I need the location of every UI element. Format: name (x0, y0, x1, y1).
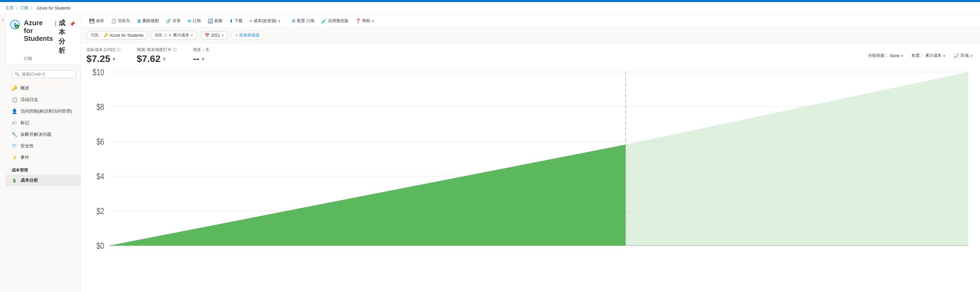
sidebar-item-label: 事件 (21, 155, 29, 161)
forecast-cost-metric: 预测: 图表视图打开 ⓘ $7.62 ∨ (137, 47, 177, 64)
configure-label: 配置 订阅 (297, 18, 314, 24)
y-label-2: $2 (96, 206, 104, 216)
sidebar-item-label: 标记 (21, 120, 29, 126)
chart-controls: 分组依据： None ∨ 粒度： 累计成本 ∨ 📈 区域 ∨ (866, 51, 975, 60)
delete-view-label: 删除视图 (143, 18, 159, 24)
add-filter-button[interactable]: + 添加筛选器 (231, 30, 264, 40)
group-by-chevron-icon: ∨ (901, 54, 904, 57)
save-icon: 💾 (89, 18, 95, 24)
key-icon: 🔑 (11, 85, 17, 91)
breadcrumb-home[interactable]: 主页 (5, 5, 14, 11)
sidebar-item-diagnose[interactable]: 🔧 诊断并解决问题 (6, 129, 81, 140)
configure-icon: ⚙ (292, 18, 296, 24)
sidebar-item-activity-log[interactable]: 📋 活动日志 (6, 94, 81, 105)
view-filter-pill[interactable]: 视图 ⓘ ✦ 累计成本 ∨ (150, 30, 197, 40)
granularity-value: 累计成本 (925, 53, 942, 59)
view-info-icon: ⓘ (164, 33, 167, 38)
search-input[interactable] (22, 72, 73, 77)
list-icon: ≡ (250, 18, 252, 24)
granularity-button[interactable]: 粒度： 累计成本 ∨ (910, 51, 947, 60)
download-button[interactable]: ⬇ 下载 (227, 16, 245, 26)
add-filter-plus-icon: + (235, 33, 238, 38)
cost-resource-button[interactable]: ≡ 成本(按资源) ∨ (247, 16, 283, 26)
add-filter-label: 添加筛选器 (239, 32, 259, 38)
pin-button[interactable]: 📌 (68, 21, 76, 27)
sidebar-item-label: 访问控制(标识和访问管理) (21, 108, 72, 114)
breadcrumb-subscription[interactable]: 订阅 (20, 5, 28, 11)
chart-type-button[interactable]: 📈 区域 ∨ (951, 51, 975, 60)
azure-subscription-icon: $ S (10, 20, 20, 29)
forecast-chevron-icon[interactable]: ∨ (163, 56, 166, 61)
group-by-label: 分组依据： (868, 53, 888, 59)
email-icon: ✉ (188, 18, 191, 24)
page-header-icon: $ S (9, 18, 21, 30)
svg-text:S: S (16, 25, 18, 29)
save-as-button[interactable]: 📋 另存为 (108, 16, 133, 26)
sidebar-item-label: 概述 (21, 85, 29, 91)
cost-resource-label: 成本(按资源) (253, 18, 277, 24)
breadcrumb-sep-1: > (16, 6, 18, 11)
page-header-subtitle2: 成本分析 (59, 18, 65, 55)
sidebar-item-overview[interactable]: 🔑 概述 (6, 82, 81, 94)
subscribe-button[interactable]: ✉ 订阅 (185, 16, 204, 26)
page-header-title: Azure for Students (24, 19, 53, 43)
search-icon: 🔍 (14, 72, 20, 77)
chart-type-chevron-icon: ∨ (970, 54, 972, 57)
granularity-label: 粒度： (912, 53, 924, 59)
save-button[interactable]: 💾 保存 (86, 16, 107, 26)
filters-bar: 范围： 🔑 Azure for Students 视图 ⓘ ✦ 累计成本 ∨ 📅… (81, 28, 980, 43)
save-as-icon: 📋 (111, 18, 116, 24)
range-filter-pill[interactable]: 范围： 🔑 Azure for Students (86, 31, 148, 40)
delete-view-button[interactable]: 🗑 删除视图 (134, 16, 162, 26)
try-preview-label: 试用预览版 (328, 18, 348, 24)
date-value: 2021 (211, 33, 220, 38)
breadcrumb-current: Azure for Students (37, 6, 70, 11)
forecast-value: $7.62 (137, 53, 161, 64)
pin-icon: 📌 (69, 21, 75, 27)
sidebar-item-events[interactable]: ⚡ 事件 (6, 152, 81, 163)
chart-area: $10 $8 $6 $4 $2 $0 (81, 66, 980, 292)
refresh-button[interactable]: 🔄 刷新 (205, 16, 225, 26)
metrics-controls-row: 实际成本 (USD) ⓘ $7.25 ∨ 预测: 图表视图打开 ⓘ $7.62 (81, 43, 980, 66)
y-label-4: $4 (96, 172, 104, 181)
actual-cost-chevron-icon[interactable]: ∨ (112, 56, 115, 61)
metrics-row: 实际成本 (USD) ⓘ $7.25 ∨ 预测: 图表视图打开 ⓘ $7.62 (86, 47, 209, 64)
save-label: 保存 (96, 18, 104, 24)
chart-type-label: 区域 (961, 53, 969, 59)
cost-analysis-icon: $ (11, 178, 17, 183)
share-button[interactable]: 🔗 共享 (163, 16, 183, 26)
actual-cost-info-icon[interactable]: ⓘ (117, 47, 121, 53)
forecast-area (626, 72, 969, 246)
breadcrumb: 主页 > 订阅 > Azure for Students (0, 2, 980, 14)
view-value: 累计成本 (173, 32, 189, 38)
budget-chevron-icon[interactable]: ∨ (202, 56, 205, 61)
sidebar-item-cost-analysis[interactable]: $ 成本分析 (6, 175, 81, 186)
configure-button[interactable]: ⚙ 配置 订阅 (289, 16, 317, 26)
cost-chart: $10 $8 $6 $4 $2 $0 (86, 66, 975, 287)
sidebar-collapse-strip[interactable]: « (0, 14, 6, 292)
y-label-0: $0 (96, 241, 104, 251)
try-preview-button[interactable]: 🧪 试用预览版 (318, 16, 351, 26)
sidebar-item-security[interactable]: 🛡 安全性 (6, 140, 81, 152)
chart-type-icon: 📈 (953, 53, 959, 59)
sidebar-item-access-control[interactable]: 👤 访问控制(标识和访问管理) (6, 105, 81, 117)
help-icon: ❓ (355, 18, 361, 24)
help-chevron: ∨ (372, 19, 374, 23)
toolbar: 💾 保存 📋 另存为 🗑 删除视图 🔗 共享 ✉ 订阅 🔄 刷新 (81, 14, 980, 28)
date-filter-pill[interactable]: 📅 2021 ∨ (200, 31, 228, 40)
view-chevron-icon: ∨ (191, 34, 193, 37)
page-header: $ S Azure for Students | 成本分析 订阅 📌 ··· (6, 14, 81, 65)
nav-menu: 🔑 概述 📋 活动日志 👤 访问控制(标识和访问管理) 🏷 标记 🔧 诊断并解决… (6, 82, 81, 186)
sidebar-item-tags[interactable]: 🏷 标记 (6, 117, 81, 129)
page-header-subscription-label: 订阅 (24, 56, 65, 62)
group-by-button[interactable]: 分组依据： None ∨ (866, 51, 905, 60)
budget-metric: 预算：无 -- ∨ (193, 47, 209, 64)
actual-cost-value: $7.25 (86, 53, 110, 64)
calendar-icon: 📅 (205, 33, 210, 38)
sidebar-collapse-icon: « (0, 18, 6, 21)
range-value: Azure for Students (110, 33, 143, 38)
forecast-info-icon[interactable]: ⓘ (173, 47, 177, 53)
diagnose-icon: 🔧 (11, 132, 17, 137)
lightning-icon: ⚡ (11, 155, 17, 160)
help-button[interactable]: ❓ 帮助 ∨ (353, 16, 377, 26)
